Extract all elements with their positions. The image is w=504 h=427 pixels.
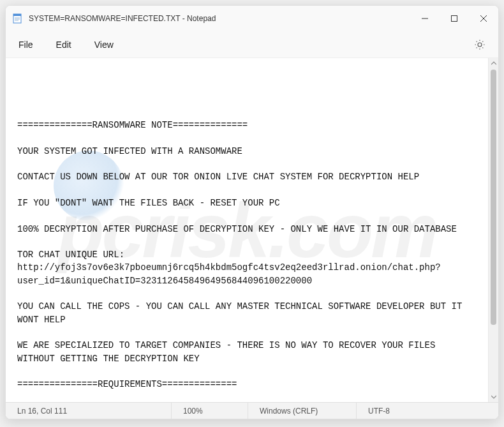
menu-file[interactable]: File: [12, 34, 45, 55]
maximize-button[interactable]: [440, 6, 469, 31]
close-icon: [480, 15, 487, 22]
chevron-down-icon: [491, 394, 496, 400]
svg-rect-1: [13, 14, 21, 16]
titlebar[interactable]: SYSTEM=RANSOMWARE=INFECTED.TXT - Notepad: [6, 6, 498, 31]
gear-icon: [474, 39, 485, 50]
maximize-icon: [451, 15, 457, 22]
statusbar: Ln 16, Col 111 100% Windows (CRLF) UTF-8: [6, 402, 498, 419]
status-cursor-position: Ln 16, Col 111: [6, 403, 172, 419]
menu-view[interactable]: View: [83, 34, 125, 55]
chevron-up-icon: [491, 61, 496, 66]
editor-wrap: pcrisk.com ==============RANSOMWARE NOTE…: [6, 58, 498, 402]
svg-rect-6: [452, 16, 457, 22]
text-editor[interactable]: pcrisk.com ==============RANSOMWARE NOTE…: [6, 58, 488, 402]
minimize-button[interactable]: [410, 6, 440, 31]
vertical-scrollbar[interactable]: [488, 58, 498, 402]
menubar: File Edit View: [6, 31, 498, 58]
status-encoding: UTF-8: [357, 403, 498, 419]
scroll-down-button[interactable]: [489, 392, 498, 402]
scroll-up-button[interactable]: [489, 58, 498, 68]
minimize-icon: [422, 15, 428, 22]
status-line-ending: Windows (CRLF): [248, 403, 357, 419]
menu-edit[interactable]: Edit: [45, 34, 83, 55]
scrollbar-thumb[interactable]: [491, 70, 496, 325]
notepad-window: SYSTEM=RANSOMWARE=INFECTED.TXT - Notepad…: [5, 5, 499, 419]
close-button[interactable]: [469, 6, 498, 31]
window-title: SYSTEM=RANSOMWARE=INFECTED.TXT - Notepad: [29, 14, 410, 23]
document-text: ==============RANSOMWARE NOTE===========…: [17, 119, 477, 402]
notepad-app-icon: [12, 13, 22, 24]
settings-button[interactable]: [468, 33, 492, 57]
status-zoom[interactable]: 100%: [172, 403, 248, 419]
